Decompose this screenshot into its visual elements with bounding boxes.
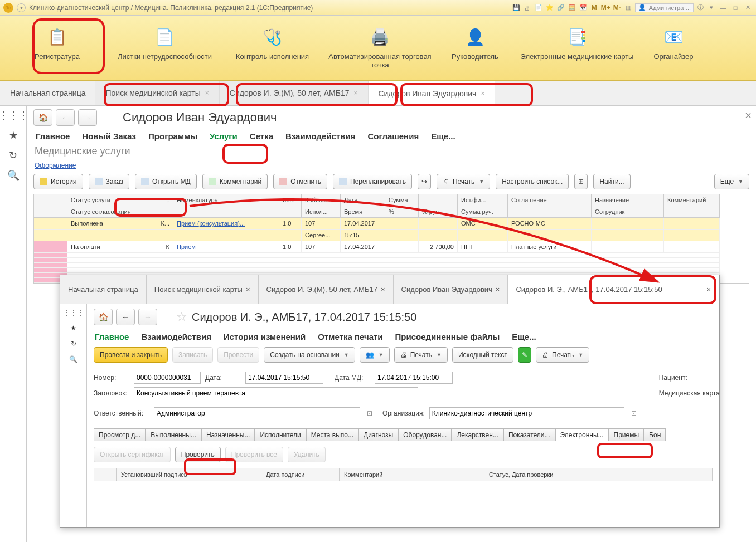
col-blank2[interactable]: [419, 194, 458, 206]
otab-start[interactable]: Начальная страница: [60, 275, 147, 304]
st-metrics[interactable]: Показатели...: [503, 428, 555, 441]
sign-col-signer[interactable]: Установивший подпись: [117, 468, 261, 481]
tab-grid[interactable]: Сетка: [250, 131, 273, 141]
col-worker[interactable]: Сотрудник: [592, 206, 664, 218]
tab-new-order[interactable]: Новый Заказ: [82, 131, 136, 141]
calendar-icon[interactable]: 📅: [579, 3, 588, 12]
section-pos[interactable]: 🖨️ Автоматизированная торговая точка: [328, 22, 432, 80]
open-icon[interactable]: ⊡: [631, 409, 637, 417]
search-icon[interactable]: 🔍: [69, 355, 77, 363]
comment-button[interactable]: Комментарий: [202, 174, 268, 189]
history-icon[interactable]: ↻: [9, 149, 17, 162]
otab-patient[interactable]: Сидоров Иван Эдуардович×: [394, 275, 508, 304]
star-icon[interactable]: ⭐: [545, 3, 554, 12]
info-icon[interactable]: ⓘ: [696, 3, 705, 12]
mminus-btn[interactable]: M-: [613, 3, 622, 12]
close-icon[interactable]: ×: [706, 285, 711, 294]
st-places[interactable]: Места выпо...: [306, 428, 358, 441]
home-button[interactable]: 🏠: [33, 109, 52, 126]
st-done[interactable]: Выполненны...: [146, 428, 201, 441]
post-close-button[interactable]: Провести и закрыть: [94, 347, 168, 363]
close-page-icon[interactable]: ×: [745, 109, 752, 122]
col-percent[interactable]: %: [385, 206, 419, 218]
move-button[interactable]: ↪: [418, 174, 431, 189]
st-preview[interactable]: Просмотр д...: [94, 428, 146, 441]
section-manager[interactable]: 👤 Руководитель: [436, 22, 514, 80]
mdtab-print[interactable]: Отметка печати: [318, 332, 382, 341]
save-button[interactable]: Записать: [172, 347, 213, 363]
more-button[interactable]: Еще▼: [714, 174, 749, 189]
tab-programs[interactable]: Программы: [148, 131, 197, 141]
user-menu[interactable]: 👤 Администрат...: [635, 3, 694, 12]
save-icon[interactable]: 💾: [512, 3, 521, 12]
datemd-field[interactable]: [375, 372, 453, 384]
col-percent-man[interactable]: % руч.: [419, 206, 458, 218]
col-sum[interactable]: Сумма: [385, 194, 419, 206]
open-md-button[interactable]: Открыть МД: [135, 174, 197, 189]
cancel-button[interactable]: Отменить: [273, 174, 327, 189]
menu-icon[interactable]: ⋮⋮⋮: [0, 109, 28, 121]
otab-card[interactable]: Сидоров И. Э.(М), 50 лет, АМБ17×: [259, 275, 394, 304]
st-visits[interactable]: Приемы: [609, 428, 644, 441]
forward-button[interactable]: →: [138, 309, 157, 325]
home-button[interactable]: 🏠: [94, 309, 113, 325]
sign-col-status[interactable]: Статус, Дата проверки: [484, 468, 618, 481]
table-row[interactable]: [34, 263, 749, 268]
col-doctor[interactable]: Испол...: [302, 206, 341, 218]
st-meds[interactable]: Лекарствен...: [452, 428, 503, 441]
col-status[interactable]: Статус услуги ↓: [67, 194, 173, 206]
col-sum-man[interactable]: Сумма руч.: [458, 206, 508, 218]
edit-button[interactable]: ✎: [518, 347, 531, 363]
tab-main[interactable]: Главное: [36, 131, 70, 141]
st-diagnoses[interactable]: Диагнозы: [358, 428, 398, 441]
col-qty[interactable]: Ко...: [279, 194, 302, 206]
sign-col-comment[interactable]: Комментарий: [340, 468, 484, 481]
tab-interactions[interactable]: Взаимодействия: [285, 131, 356, 141]
tab-services[interactable]: Услуги: [210, 131, 238, 141]
st-electronic[interactable]: Электронны...: [555, 428, 609, 441]
doc-icon[interactable]: 📄: [534, 3, 543, 12]
mdtab-files[interactable]: Присоединенные файлы: [395, 332, 500, 341]
section-control[interactable]: 🩺 Контроль исполнения: [221, 22, 324, 80]
section-emr[interactable]: 📑 Электронные медицинские карты: [518, 22, 636, 80]
service-link[interactable]: Прием (консультация)...: [177, 220, 245, 227]
section-registratura[interactable]: 📋 Регистратура: [6, 22, 109, 80]
drop-icon[interactable]: ▾: [707, 3, 716, 12]
favorite-star-icon[interactable]: ☆: [176, 310, 187, 324]
col-agreement[interactable]: Соглашение: [508, 194, 592, 206]
st-equipment[interactable]: Оборудован...: [398, 428, 452, 441]
tab-more[interactable]: Еще...: [431, 131, 455, 141]
forward-button[interactable]: →: [78, 109, 97, 126]
section-organizer[interactable]: 📧 Органайзер: [640, 22, 707, 80]
col-time[interactable]: Время: [341, 206, 385, 218]
tab-patient-card[interactable]: Сидоров И. Э.(М), 50 лет, АМБ17×: [220, 81, 369, 105]
create-based-button[interactable]: Создать на основании▼: [264, 347, 355, 363]
maximize-icon[interactable]: □: [730, 3, 740, 12]
tab-patient[interactable]: Сидоров Иван Эдуардович×: [369, 81, 496, 105]
mplus-btn[interactable]: M+: [601, 3, 610, 12]
mdtab-more[interactable]: Еще...: [512, 332, 536, 341]
col-nomenclature[interactable]: Номенклатура: [173, 194, 279, 206]
star-icon[interactable]: ★: [9, 129, 18, 141]
find-button[interactable]: Найти...: [593, 174, 630, 189]
people-button[interactable]: 👥▼: [360, 347, 390, 363]
table-row[interactable]: Сергее... 15:15: [34, 230, 749, 241]
sign-col-blank[interactable]: [94, 468, 117, 481]
close-icon[interactable]: ×: [496, 285, 500, 294]
table-row[interactable]: [34, 253, 749, 258]
history-button[interactable]: История: [33, 174, 83, 189]
back-button[interactable]: ←: [56, 109, 75, 126]
table-row[interactable]: [34, 258, 749, 263]
open-cert-button[interactable]: Открыть сертификат: [94, 447, 171, 462]
check-all-button[interactable]: Проверить все: [225, 447, 283, 462]
num-field[interactable]: [134, 372, 201, 384]
panels-icon[interactable]: ▥: [624, 3, 633, 12]
tab-agreements[interactable]: Соглашения: [368, 131, 419, 141]
otab-search[interactable]: Поиск медицинской карты×: [147, 275, 259, 304]
back-icon[interactable]: ▾: [17, 3, 26, 12]
history-icon[interactable]: ↻: [71, 340, 76, 348]
link-icon[interactable]: 🔗: [556, 3, 565, 12]
search-icon[interactable]: 🔍: [7, 169, 20, 182]
close-icon[interactable]: ×: [205, 89, 209, 97]
print-button[interactable]: 🖨Печать▼: [437, 174, 490, 189]
